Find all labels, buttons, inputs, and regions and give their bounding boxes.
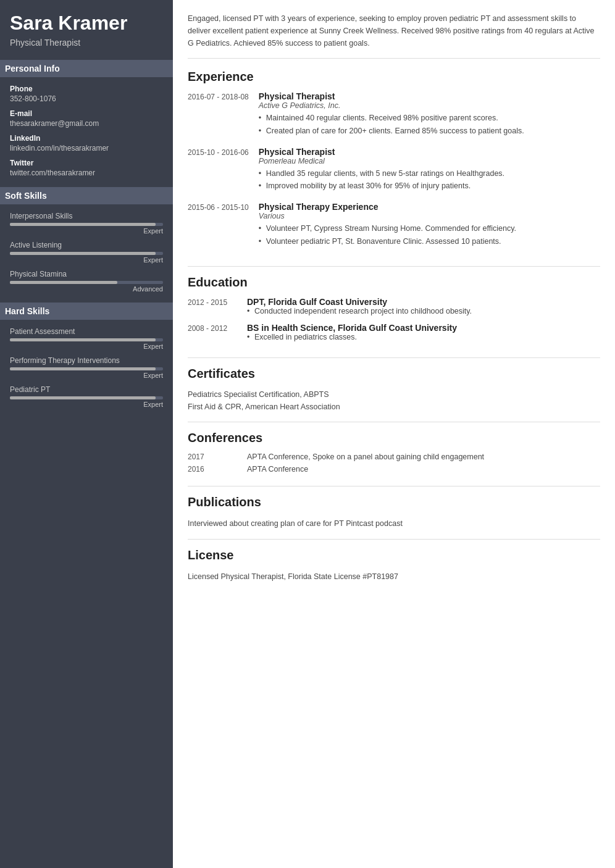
experience-date: 2016-07 - 2018-08	[188, 91, 249, 138]
license-list: Licensed Physical Therapist, Florida Sta…	[188, 570, 600, 583]
phone-value: 352-800-1076	[10, 94, 163, 103]
conference-text: APTA Conference, Spoke on a panel about …	[247, 453, 484, 461]
skill-item: Active ListeningExpert	[10, 241, 163, 264]
conferences-section: Conferences 2017APTA Conference, Spoke o…	[188, 431, 600, 486]
candidate-title: Physical Therapist	[10, 38, 163, 48]
skill-bar-background	[10, 252, 163, 255]
phone-label: Phone	[10, 85, 163, 93]
hard-skills-list: Patient AssessmentExpertPerforming Thera…	[10, 327, 163, 408]
experience-bullet: Created plan of care for 200+ clients. E…	[259, 125, 600, 137]
skill-bar-fill	[10, 367, 156, 370]
education-date: 2008 - 2012	[188, 323, 237, 341]
experience-bullet: Handled 35 regular clients, with 5 new 5…	[259, 168, 600, 180]
experience-item: 2015-10 - 2016-06Physical TherapistPomer…	[188, 147, 600, 194]
skill-bar-fill	[10, 338, 156, 341]
email-label: E-mail	[10, 109, 163, 118]
skill-level: Expert	[10, 256, 163, 264]
experience-job-title: Physical Therapist	[259, 147, 600, 157]
experience-company: Active G Pediatrics, Inc.	[259, 101, 600, 110]
publications-heading: Publications	[188, 495, 600, 509]
experience-content: Physical TherapistPomerleau MedicalHandl…	[259, 147, 600, 194]
skill-bar-background	[10, 223, 163, 226]
education-degree: DPT, Florida Gulf Coast University	[247, 297, 600, 307]
experience-company: Pomerleau Medical	[259, 157, 600, 165]
skill-level: Expert	[10, 372, 163, 379]
experience-heading: Experience	[188, 70, 600, 84]
skill-bar-fill	[10, 281, 117, 284]
experience-content: Physical TherapistActive G Pediatrics, I…	[259, 91, 600, 138]
experience-list: 2016-07 - 2018-08Physical TherapistActiv…	[188, 91, 600, 249]
education-item: 2008 - 2012BS in Health Science, Florida…	[188, 323, 600, 341]
skill-item: Interpersonal SkillsExpert	[10, 212, 163, 235]
experience-job-title: Physical Therapy Experience	[259, 202, 600, 212]
skill-bar-background	[10, 367, 163, 370]
conference-year: 2017	[188, 453, 237, 461]
certificate-item: Pediatrics Specialist Certification, ABP…	[188, 388, 600, 401]
publications-section: Publications Interviewed about creating …	[188, 495, 600, 540]
experience-item: 2016-07 - 2018-08Physical TherapistActiv…	[188, 91, 600, 138]
experience-date: 2015-06 - 2015-10	[188, 202, 249, 249]
conference-text: APTA Conference	[247, 465, 308, 474]
certificates-list: Pediatrics Specialist Certification, ABP…	[188, 388, 600, 413]
sidebar: Sara Kramer Physical Therapist Personal …	[0, 0, 173, 868]
conferences-heading: Conferences	[188, 431, 600, 445]
skill-item: Patient AssessmentExpert	[10, 327, 163, 350]
education-list: 2012 - 2015DPT, Florida Gulf Coast Unive…	[188, 297, 600, 341]
publications-list: Interviewed about creating plan of care …	[188, 517, 600, 530]
education-heading: Education	[188, 275, 600, 290]
experience-bullets: Maintained 40 regular clients. Received …	[259, 112, 600, 137]
education-item: 2012 - 2015DPT, Florida Gulf Coast Unive…	[188, 297, 600, 315]
soft-skills-heading: Soft Skills	[0, 187, 173, 204]
skill-bar-background	[10, 396, 163, 399]
skill-name: Active Listening	[10, 241, 163, 249]
skill-level: Expert	[10, 343, 163, 350]
twitter-label: Twitter	[10, 159, 163, 167]
experience-bullets: Volunteer PT, Cypress Stream Nursing Hom…	[259, 223, 600, 248]
experience-content: Physical Therapy ExperienceVariousVolunt…	[259, 202, 600, 249]
conference-item: 2017APTA Conference, Spoke on a panel ab…	[188, 453, 600, 461]
education-content: DPT, Florida Gulf Coast UniversityConduc…	[247, 297, 600, 315]
skill-bar-background	[10, 338, 163, 341]
soft-skills-list: Interpersonal SkillsExpertActive Listeni…	[10, 212, 163, 293]
skill-level: Expert	[10, 401, 163, 408]
publication-item: Interviewed about creating plan of care …	[188, 517, 600, 530]
skill-item: Physical StaminaAdvanced	[10, 270, 163, 293]
education-date: 2012 - 2015	[188, 297, 237, 315]
skill-bar-fill	[10, 252, 156, 255]
license-section: License Licensed Physical Therapist, Flo…	[188, 548, 600, 592]
experience-job-title: Physical Therapist	[259, 91, 600, 101]
experience-date: 2015-10 - 2016-06	[188, 147, 249, 194]
certificate-item: First Aid & CPR, American Heart Associat…	[188, 401, 600, 413]
skill-level: Expert	[10, 227, 163, 235]
skill-bar-fill	[10, 396, 156, 399]
conference-year: 2016	[188, 465, 237, 474]
twitter-value: twitter.com/thesarakramer	[10, 169, 163, 177]
skill-level: Advanced	[10, 285, 163, 293]
education-degree: BS in Health Science, Florida Gulf Coast…	[247, 323, 600, 333]
skill-name: Patient Assessment	[10, 327, 163, 336]
summary-text: Engaged, licensed PT with 3 years of exp…	[188, 12, 600, 59]
experience-bullets: Handled 35 regular clients, with 5 new 5…	[259, 168, 600, 193]
main-content: Engaged, licensed PT with 3 years of exp…	[173, 0, 615, 868]
linkedin-value: linkedin.com/in/thesarakramer	[10, 144, 163, 152]
experience-section: Experience 2016-07 - 2018-08Physical The…	[188, 70, 600, 267]
certificates-heading: Certificates	[188, 367, 600, 381]
candidate-name: Sara Kramer	[10, 12, 163, 34]
education-note: Excelled in pediatrics classes.	[247, 333, 600, 341]
personal-info-heading: Personal Info	[0, 60, 173, 77]
experience-item: 2015-06 - 2015-10Physical Therapy Experi…	[188, 202, 600, 249]
license-item: Licensed Physical Therapist, Florida Sta…	[188, 570, 600, 583]
skill-item: Performing Therapy InterventionsExpert	[10, 356, 163, 379]
conference-item: 2016APTA Conference	[188, 465, 600, 474]
conferences-list: 2017APTA Conference, Spoke on a panel ab…	[188, 453, 600, 474]
experience-bullet: Improved mobility by at least 30% for 95…	[259, 180, 600, 192]
education-section: Education 2012 - 2015DPT, Florida Gulf C…	[188, 275, 600, 358]
skill-item: Pediatric PTExpert	[10, 385, 163, 408]
skill-name: Pediatric PT	[10, 385, 163, 394]
email-value: thesarakramer@gmail.com	[10, 119, 163, 128]
experience-company: Various	[259, 212, 600, 220]
skill-bar-background	[10, 281, 163, 284]
skill-name: Performing Therapy Interventions	[10, 356, 163, 365]
experience-bullet: Volunteer PT, Cypress Stream Nursing Hom…	[259, 223, 600, 235]
hard-skills-heading: Hard Skills	[0, 303, 173, 320]
